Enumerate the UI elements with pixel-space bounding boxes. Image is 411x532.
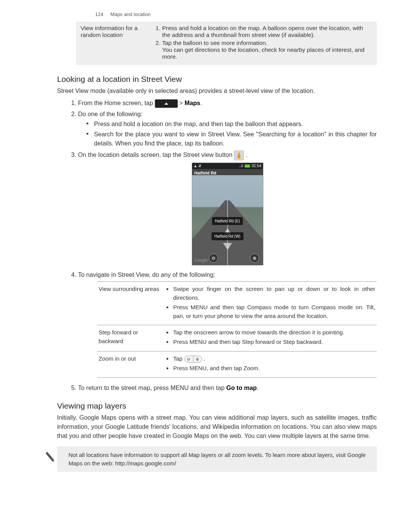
zoom-in-button[interactable]: ⊕ xyxy=(250,254,259,263)
street-view-icon xyxy=(234,150,244,160)
nav-row-label: Zoom in or out xyxy=(97,351,165,378)
pen-icon xyxy=(41,447,61,466)
page-number: 124 xyxy=(95,11,104,17)
nav-row-label: Step forward or backward xyxy=(97,325,165,351)
zoom-out-button[interactable]: ⊖ xyxy=(209,254,218,263)
content: View information for a random location P… xyxy=(57,22,377,472)
zoom-out-icon: ⊖ xyxy=(185,356,193,362)
note-text: Not all locations have information to su… xyxy=(68,452,366,466)
battery-icon xyxy=(245,165,250,168)
zoom-in-icon: ⊕ xyxy=(193,356,202,362)
list-item: Swipe your finger on the screen to pan u… xyxy=(166,285,375,302)
step-4: To navigate in Street View, do any of th… xyxy=(78,270,377,378)
road-label-west: Hatfield Rd (W) xyxy=(211,232,243,240)
street-view-screenshot: ▲ ⇵ ..ıl 01:54 Hatfield Rd Hatfield Rd (… xyxy=(192,163,263,265)
top-table-steps: Press and hold a location on the map. A … xyxy=(150,22,377,65)
street-view-photo: Hatfield Rd (E) Hatfield Rd (W) Google ⊖… xyxy=(192,175,263,265)
heading-street-view: Looking at a location in Street View xyxy=(57,75,377,84)
running-header: 124 Maps and location xyxy=(95,11,377,17)
step-5: To return to the street map, press MENU … xyxy=(78,383,377,392)
google-watermark: Google xyxy=(194,257,208,264)
list-item: Tap the balloon to see more information.… xyxy=(162,40,372,60)
list-item: Tap ⊖⊕ . xyxy=(166,355,375,363)
layers-para: Initially, Google Maps opens with a stre… xyxy=(57,413,377,441)
top-table: View information for a random location P… xyxy=(76,22,377,65)
clock: 01:54 xyxy=(252,164,261,168)
nav-table: View surrounding areas Swipe your finger… xyxy=(97,281,377,377)
note-box: Not all locations have information to su… xyxy=(57,446,377,472)
status-bar: ▲ ⇵ ..ıl 01:54 xyxy=(192,163,263,169)
signal-icon: ..ıl xyxy=(239,164,243,168)
section-name: Maps and location xyxy=(110,11,151,17)
zoom-control-icon: ⊖⊕ xyxy=(184,356,202,363)
list-item: Tap the onscreen arrow to move towards t… xyxy=(166,328,375,337)
list-item: Press and hold a location on the map, an… xyxy=(86,119,377,128)
top-table-label: View information for a random location xyxy=(76,22,150,65)
intro-para: Street View mode (available only in sele… xyxy=(57,86,377,95)
list-item: Search for the place you want to view in… xyxy=(86,129,377,148)
direction-arrow-down xyxy=(223,243,232,252)
step-3: On the location details screen, tap the … xyxy=(78,150,377,265)
nav-row-label: View surrounding areas xyxy=(97,282,165,325)
list-item: Press MENU, and then tap Zoom. xyxy=(166,364,375,373)
step-2: Do one of the following: Press and hold … xyxy=(78,109,377,148)
status-left: ▲ ⇵ xyxy=(194,163,202,169)
list-item: Press and hold a location on the map. A … xyxy=(162,25,372,38)
page: 124 Maps and location View information f… xyxy=(0,0,411,532)
list-item: Press MENU and then tap Step forward or … xyxy=(166,338,375,347)
home-up-icon xyxy=(155,99,178,108)
heading-layers: Viewing map layers xyxy=(57,401,377,411)
list-item: Press MENU and then tap Compass mode to … xyxy=(166,303,375,321)
road-label-east: Hatfield Rd (E) xyxy=(212,217,243,225)
step-1: From the Home screen, tap > Maps. xyxy=(78,98,377,108)
steps-list: From the Home screen, tap > Maps. Do one… xyxy=(57,98,377,392)
